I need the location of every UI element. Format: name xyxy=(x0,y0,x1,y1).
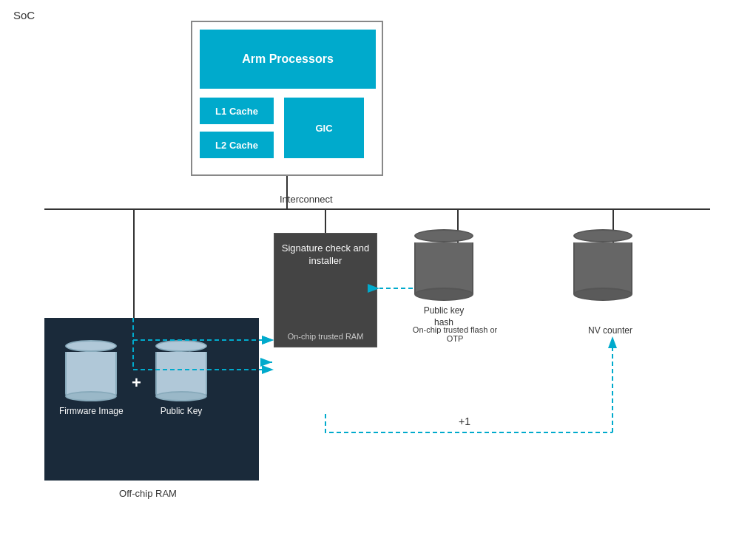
ram-inner-label: Signature check and installer xyxy=(274,234,377,268)
offchip-label: Off-chip RAM xyxy=(74,488,222,499)
firmware-label: Firmware Image xyxy=(59,406,124,418)
nvcounter-label: NV counter xyxy=(570,325,651,336)
count-cylinder: Count xyxy=(573,229,632,316)
l1-cache-label: L1 Cache xyxy=(215,106,258,117)
count-label: Count xyxy=(590,305,616,316)
vert-soc-line xyxy=(286,176,288,208)
l1-cache-box: L1 Cache xyxy=(200,98,274,124)
arm-processors-label: Arm Processors xyxy=(242,52,334,66)
publickey-label: Public Key xyxy=(161,406,203,418)
pubkeyhash-footer: On-chip trusted flash or OTP xyxy=(411,325,499,343)
firmware-cylinder: Firmware Image xyxy=(59,340,124,418)
soc-box: Arm Processors L1 Cache L2 Cache GIC xyxy=(191,21,383,176)
publickey-cylinder: Public Key xyxy=(155,340,207,418)
plus1-arrow-base xyxy=(325,414,612,432)
l2-cache-label: L2 Cache xyxy=(215,140,258,151)
offchip-box: Firmware Image + Public Key xyxy=(44,318,259,481)
gic-label: GIC xyxy=(315,123,332,134)
diagram: SoC Arm Processors L1 Cache L2 Cache GIC… xyxy=(0,0,756,533)
gic-box: GIC xyxy=(284,98,364,158)
vert-ram-line xyxy=(325,208,326,233)
increment-label: +1 xyxy=(459,415,470,427)
ram-footer-label: On-chip trusted RAM xyxy=(274,332,377,341)
interconnect-line xyxy=(44,208,710,210)
plus-sign: + xyxy=(132,373,141,393)
vert-offchip-line xyxy=(133,208,135,318)
pubkeyhash-cylinder: Public key hash xyxy=(414,229,473,328)
ram-box: Signature check and installer On-chip tr… xyxy=(274,233,377,347)
soc-label: SoC xyxy=(13,9,35,21)
l2-cache-box: L2 Cache xyxy=(200,132,274,158)
arm-processors-box: Arm Processors xyxy=(200,30,376,89)
